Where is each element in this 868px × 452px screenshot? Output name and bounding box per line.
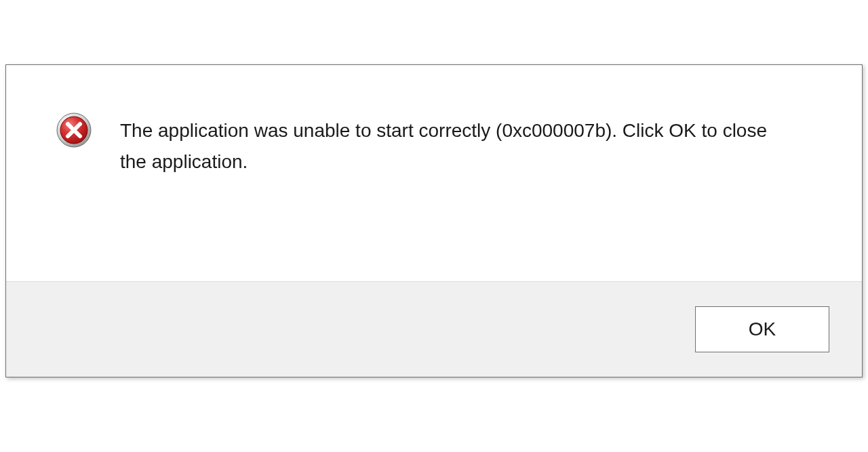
dialog-content: The application was unable to start corr… [6,65,862,281]
error-icon [56,112,92,148]
dialog-button-bar: OK [6,281,862,377]
error-dialog: The application was unable to start corr… [5,64,863,377]
dialog-message-column: The application was unable to start corr… [94,112,821,178]
ok-button[interactable]: OK [695,306,829,352]
dialog-icon-column [54,112,94,148]
dialog-message-text: The application was unable to start corr… [120,115,798,178]
